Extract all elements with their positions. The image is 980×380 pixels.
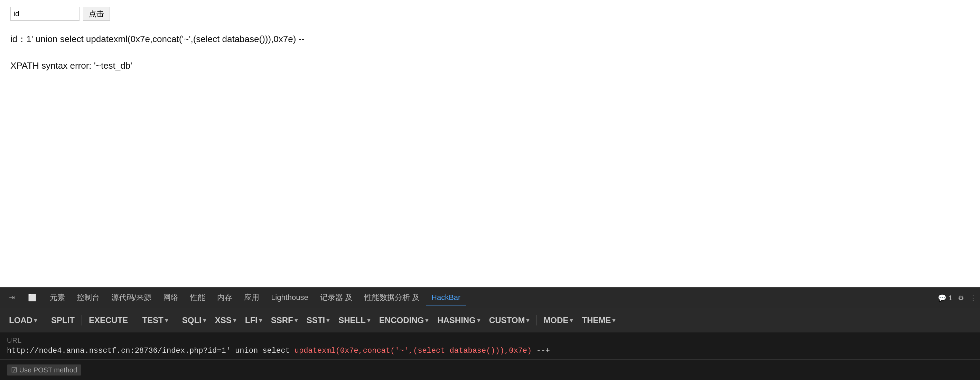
- mode-btn[interactable]: MODE ▾: [540, 314, 576, 326]
- id-input[interactable]: [10, 7, 80, 21]
- encoding-dropdown-arrow: ▾: [425, 317, 428, 324]
- ssrf-btn[interactable]: SSRF ▾: [267, 314, 301, 326]
- query-result: id：1' union select updatexml(0x7e,concat…: [10, 31, 970, 74]
- shell-btn[interactable]: SHELL ▾: [335, 314, 374, 326]
- ssti-btn[interactable]: SSTI ▾: [303, 314, 333, 326]
- tab-perf-insights[interactable]: 性能数据分析 及: [359, 290, 425, 306]
- tab-recorder[interactable]: 记录器 及: [315, 290, 358, 306]
- test-btn[interactable]: TEST ▾: [138, 314, 171, 326]
- more-icon[interactable]: ⋮: [970, 294, 977, 302]
- devtools-tab-bar: ⇥ ⬜ 元素 控制台 源代码/来源 网络 性能 内存 应用 Lighthouse: [0, 287, 980, 308]
- sqli-dropdown-arrow: ▾: [203, 317, 206, 324]
- divider-5: [536, 315, 536, 325]
- tab-console[interactable]: 控制台: [71, 290, 105, 306]
- hackbar-toolbar: LOAD ▾ SPLIT EXECUTE TEST ▾ SQLI ▾ XSS ▾…: [0, 308, 980, 332]
- custom-btn[interactable]: CUSTOM ▾: [486, 314, 533, 326]
- xss-dropdown-arrow: ▾: [233, 317, 236, 324]
- split-btn[interactable]: SPLIT: [48, 314, 78, 326]
- divider-3: [135, 315, 135, 325]
- sqli-btn[interactable]: SQLI ▾: [179, 314, 210, 326]
- hackbar-url-area: URL http://node4.anna.nssctf.cn:28736/in…: [0, 332, 980, 359]
- divider-2: [81, 315, 82, 325]
- inspect-icon: ⇥: [9, 293, 15, 302]
- shell-dropdown-arrow: ▾: [367, 317, 370, 324]
- lfi-btn[interactable]: LFI ▾: [242, 314, 266, 326]
- tab-sources[interactable]: 源代码/来源: [106, 290, 157, 306]
- tab-application[interactable]: 应用: [239, 290, 265, 306]
- theme-btn[interactable]: THEME ▾: [578, 314, 619, 326]
- test-dropdown-arrow: ▾: [165, 317, 168, 324]
- submit-button[interactable]: 点击: [83, 7, 110, 21]
- tab-inspect-toggle[interactable]: ⇥: [3, 290, 22, 306]
- query-line1: id：1' union select updatexml(0x7e,concat…: [10, 31, 970, 47]
- tab-network[interactable]: 网络: [158, 290, 184, 306]
- divider-1: [44, 315, 44, 325]
- ssrf-dropdown-arrow: ▾: [294, 317, 298, 324]
- tab-elements[interactable]: 元素: [44, 290, 70, 306]
- devtools-right-icons: 💬 1 ⚙ ⋮: [938, 294, 977, 302]
- chat-icon[interactable]: 💬 1: [938, 294, 952, 302]
- xss-btn[interactable]: XSS ▾: [212, 314, 240, 326]
- mode-dropdown-arrow: ▾: [570, 317, 573, 324]
- hashing-btn[interactable]: HASHING ▾: [434, 314, 484, 326]
- url-value[interactable]: http://node4.anna.nssctf.cn:28736/index.…: [7, 347, 973, 355]
- divider-4: [175, 315, 175, 325]
- settings-icon[interactable]: ⚙: [958, 294, 964, 302]
- ssti-dropdown-arrow: ▾: [326, 317, 329, 324]
- theme-dropdown-arrow: ▾: [612, 317, 615, 324]
- url-label: URL: [7, 337, 973, 344]
- tab-device-toggle[interactable]: ⬜: [22, 290, 43, 306]
- main-content: 点击 id：1' union select updatexml(0x7e,con…: [0, 0, 980, 238]
- tab-hackbar[interactable]: HackBar: [426, 290, 466, 306]
- tab-performance[interactable]: 性能: [185, 290, 211, 306]
- url-highlight: updatexml(0x7e,concat('~',(select databa…: [294, 347, 532, 355]
- query-line2: XPATH syntax error: '~test_db': [10, 58, 970, 74]
- tab-memory[interactable]: 内存: [212, 290, 238, 306]
- encoding-btn[interactable]: ENCODING ▾: [376, 314, 432, 326]
- top-bar: 点击: [10, 7, 970, 21]
- execute-btn[interactable]: EXECUTE: [85, 314, 131, 326]
- custom-dropdown-arrow: ▾: [526, 317, 529, 324]
- hackbar-bottom: ☑ Use POST method: [0, 359, 980, 380]
- device-icon: ⬜: [28, 293, 37, 302]
- method-badge[interactable]: ☑ Use POST method: [7, 364, 81, 375]
- hashing-dropdown-arrow: ▾: [477, 317, 480, 324]
- load-dropdown-arrow: ▾: [34, 317, 37, 324]
- load-btn[interactable]: LOAD ▾: [6, 314, 40, 326]
- devtools-panel: ⇥ ⬜ 元素 控制台 源代码/来源 网络 性能 内存 应用 Lighthouse: [0, 287, 980, 380]
- tab-lighthouse[interactable]: Lighthouse: [266, 290, 314, 306]
- lfi-dropdown-arrow: ▾: [259, 317, 262, 324]
